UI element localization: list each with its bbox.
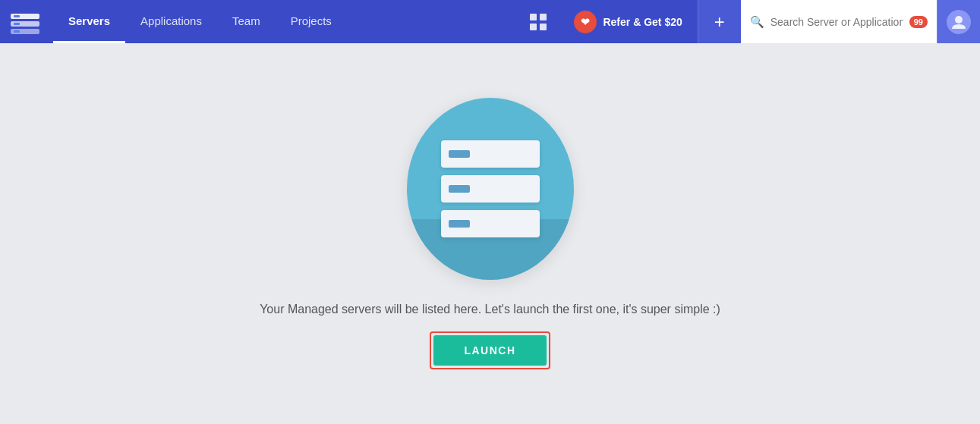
search-bar: 🔍 99 bbox=[741, 0, 937, 43]
svg-point-10 bbox=[955, 16, 963, 24]
server-stack bbox=[441, 140, 540, 237]
launch-button[interactable]: LAUNCH bbox=[433, 335, 546, 366]
logo-icon bbox=[9, 6, 41, 38]
logo[interactable] bbox=[9, 6, 41, 38]
navbar: Servers Applications Team Projects ❤ Ref… bbox=[0, 0, 980, 43]
main-content: Your Managed servers will be listed here… bbox=[0, 43, 980, 424]
refer-label: Refer & Get $20 bbox=[603, 16, 682, 28]
grid-icon[interactable] bbox=[518, 0, 559, 43]
nav-links: Servers Applications Team Projects bbox=[53, 0, 518, 43]
server-unit-1 bbox=[441, 140, 540, 168]
server-bar-3 bbox=[449, 220, 470, 228]
svg-rect-4 bbox=[14, 23, 20, 25]
search-badge: 99 bbox=[909, 16, 928, 28]
refer-button[interactable]: ❤ Refer & Get $20 bbox=[559, 0, 697, 43]
user-avatar-button[interactable] bbox=[937, 0, 980, 43]
svg-rect-7 bbox=[540, 14, 547, 20]
search-input[interactable] bbox=[770, 16, 903, 28]
svg-rect-3 bbox=[14, 15, 20, 17]
server-unit-3 bbox=[441, 210, 540, 237]
nav-item-team[interactable]: Team bbox=[217, 0, 276, 43]
plus-icon: + bbox=[714, 11, 725, 33]
svg-rect-5 bbox=[14, 30, 20, 33]
search-icon: 🔍 bbox=[750, 15, 764, 29]
svg-rect-6 bbox=[530, 14, 537, 20]
avatar bbox=[947, 10, 971, 34]
server-bar-1 bbox=[449, 150, 470, 158]
empty-message: Your Managed servers will be listed here… bbox=[260, 303, 720, 316]
nav-item-servers[interactable]: Servers bbox=[53, 0, 125, 43]
server-unit-2 bbox=[441, 175, 540, 203]
server-illustration bbox=[407, 98, 574, 280]
nav-item-projects[interactable]: Projects bbox=[276, 0, 347, 43]
server-bar-2 bbox=[449, 185, 470, 193]
launch-button-wrapper: LAUNCH bbox=[430, 331, 550, 369]
svg-rect-8 bbox=[530, 24, 537, 30]
add-button[interactable]: + bbox=[698, 0, 741, 43]
nav-right: ❤ Refer & Get $20 + 🔍 99 bbox=[518, 0, 980, 43]
svg-rect-9 bbox=[540, 24, 547, 30]
nav-item-applications[interactable]: Applications bbox=[125, 0, 217, 43]
heart-icon: ❤ bbox=[574, 11, 597, 33]
